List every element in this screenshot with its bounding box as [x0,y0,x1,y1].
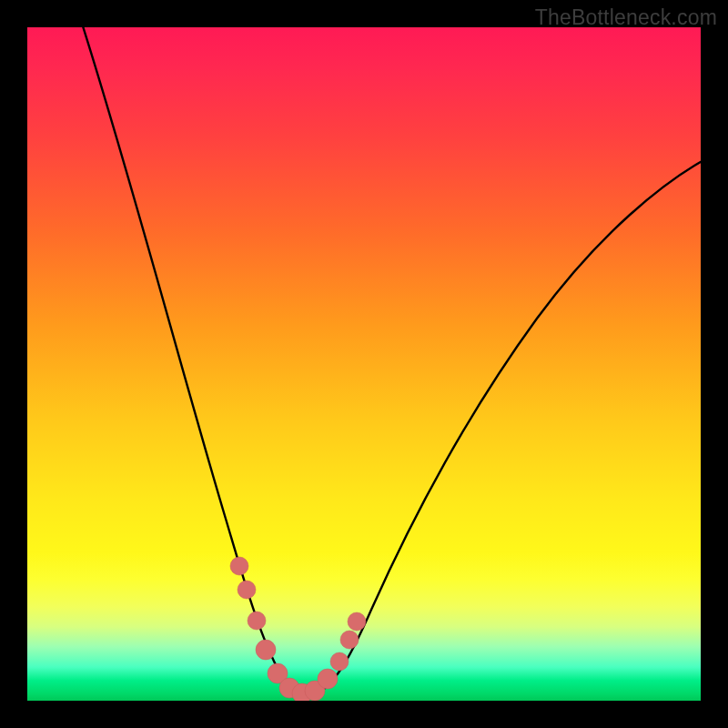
chart-frame: TheBottleneck.com [0,0,728,728]
svg-point-9 [330,652,349,671]
curve-layer [27,27,701,701]
highlight-dots [230,557,366,701]
svg-point-11 [348,612,366,631]
svg-point-0 [230,557,248,575]
svg-point-8 [318,669,338,689]
plot-area [27,27,701,701]
watermark-text: TheBottleneck.com [535,5,717,30]
svg-point-2 [248,612,266,630]
svg-point-10 [340,631,359,649]
svg-point-3 [256,640,276,660]
bottleneck-curve [77,27,701,696]
svg-point-1 [238,581,256,599]
